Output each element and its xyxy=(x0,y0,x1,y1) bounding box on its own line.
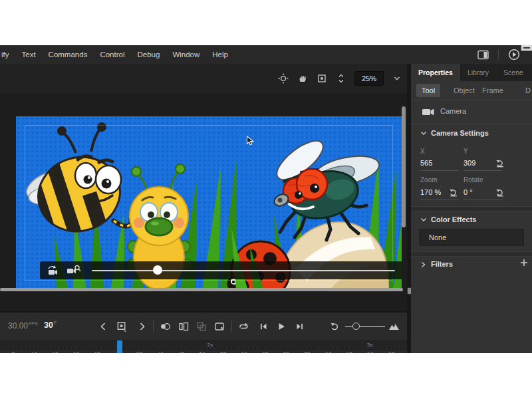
section-divider xyxy=(411,206,532,211)
horizontal-scrollbar[interactable] xyxy=(0,288,403,291)
reset-position-icon[interactable] xyxy=(495,158,505,168)
vertical-scrollbar[interactable] xyxy=(402,106,406,227)
stage-zoom-value[interactable]: 25% xyxy=(354,71,384,86)
edit-multiple-frames-icon[interactable] xyxy=(196,321,207,332)
insert-keyframe-icon[interactable] xyxy=(116,321,128,332)
reset-timeline-zoom-icon[interactable] xyxy=(329,321,340,332)
frame-label-10: 10 xyxy=(31,351,38,353)
camera-zoom-slider-knob[interactable] xyxy=(153,265,162,275)
color-effects-header[interactable]: Color Effects xyxy=(411,215,532,225)
timeline-seconds-ruler[interactable]: 2s3s xyxy=(0,340,407,350)
camera-overlay-bar xyxy=(40,261,402,279)
play-icon[interactable] xyxy=(275,321,287,332)
section-divider-2 xyxy=(411,251,532,257)
workspace-switcher-icon[interactable] xyxy=(477,49,489,61)
playhead[interactable] xyxy=(117,340,122,353)
menu-item-debug[interactable]: Debug xyxy=(137,51,160,59)
step-back-icon[interactable] xyxy=(257,321,269,332)
rotate-value[interactable]: 0 ° xyxy=(464,188,473,196)
zoom-stepper-icon[interactable] xyxy=(335,72,347,84)
panel-tab-bar: PropertiesLibraryScene xyxy=(411,64,532,81)
menu-item-commands[interactable]: Commands xyxy=(49,51,88,59)
frame-label-65: 65 xyxy=(262,351,269,353)
chevron-down-icon xyxy=(420,217,427,223)
subtab-d[interactable]: D xyxy=(520,84,532,97)
camera-settings-header[interactable]: Camera Settings xyxy=(411,129,532,138)
menu-item-control[interactable]: Control xyxy=(100,51,124,59)
camera-zoom-slider-track[interactable] xyxy=(92,270,395,271)
previous-frame-icon[interactable] xyxy=(97,321,108,332)
menubar-right-icons xyxy=(477,45,520,64)
filters-header[interactable]: Filters xyxy=(411,260,532,269)
seconds-marker-2s: 2s xyxy=(207,342,213,348)
tool-name: Camera xyxy=(440,107,466,115)
frame-label-95: 95 xyxy=(388,351,394,353)
zoom-label: Zoom xyxy=(420,176,438,184)
seconds-marker-3s: 3s xyxy=(367,342,372,348)
menu-item-ify[interactable]: ify xyxy=(1,51,9,59)
onion-skin-icon[interactable] xyxy=(160,321,171,332)
color-effect-select[interactable]: None xyxy=(419,229,524,246)
panel-tab-library[interactable]: Library xyxy=(460,64,496,81)
menu-bar: ifyTextCommandsControlDebugWindowHelp xyxy=(0,45,532,65)
frame-label-35: 35 xyxy=(136,351,142,353)
clip-content-icon[interactable] xyxy=(316,72,328,84)
frame-options-icon[interactable] xyxy=(214,321,225,332)
timeline-zoom-slider-track[interactable] xyxy=(345,326,385,327)
frame-label-40: 40 xyxy=(157,351,164,353)
y-value[interactable]: 309 xyxy=(464,159,475,167)
stage[interactable] xyxy=(16,116,402,289)
rotate-camera-icon[interactable] xyxy=(47,265,61,276)
panel-tab-properties[interactable]: Properties xyxy=(411,64,460,81)
menu-item-window[interactable]: Window xyxy=(172,51,200,59)
properties-subtabs: ToolObjectFrameD xyxy=(411,81,532,100)
frame-label-5: 5 xyxy=(11,351,15,353)
pasteboard xyxy=(0,93,407,293)
reset-rotate-icon[interactable] xyxy=(495,188,505,197)
current-frame-value[interactable]: 30F xyxy=(44,321,57,330)
y-label: Y xyxy=(464,148,468,155)
resize-timeline-view-icon[interactable] xyxy=(388,321,400,332)
panel-tab-scene[interactable]: Scene xyxy=(496,64,531,81)
timeline-frame-ruler[interactable]: 51015202535404550556065707580859095 xyxy=(0,349,407,353)
fps-value[interactable]: 30.00FPS xyxy=(8,321,38,331)
next-frame-icon[interactable] xyxy=(136,321,148,332)
frame-label-75: 75 xyxy=(304,351,311,353)
zoom-camera-icon[interactable] xyxy=(66,265,81,276)
reset-zoom-icon[interactable] xyxy=(449,188,458,197)
zoom-underline xyxy=(420,200,459,200)
chevron-down-icon xyxy=(420,130,427,136)
camera-tool-icon xyxy=(422,106,435,118)
frame-label-50: 50 xyxy=(199,351,205,353)
frame-label-85: 85 xyxy=(346,351,352,353)
subtab-object[interactable]: Object xyxy=(448,84,480,97)
x-value[interactable]: 565 xyxy=(420,159,432,167)
subtab-frame[interactable]: Frame xyxy=(477,84,509,97)
hand-icon[interactable] xyxy=(297,72,309,84)
menu-item-text[interactable]: Text xyxy=(22,51,36,59)
add-filter-icon[interactable] xyxy=(520,259,528,267)
frame-label-55: 55 xyxy=(220,351,227,353)
center-stage-icon[interactable] xyxy=(277,72,289,84)
timeline-panel: 30.00FPS 30F xyxy=(0,311,407,353)
step-forward-icon[interactable] xyxy=(294,321,305,332)
zoom-dropdown-icon[interactable] xyxy=(391,72,403,84)
test-movie-icon[interactable] xyxy=(508,49,520,61)
chevron-right-icon xyxy=(420,261,426,268)
onion-skin-outlines-icon[interactable] xyxy=(178,321,190,332)
frame-label-90: 90 xyxy=(367,351,374,353)
zoom-value[interactable]: 170 % xyxy=(420,188,441,196)
mouse-cursor xyxy=(246,136,255,146)
screenshot-canvas: ifyTextCommandsControlDebugWindowHelp xyxy=(0,0,532,399)
animate-app-window: ifyTextCommandsControlDebugWindowHelp xyxy=(0,45,532,353)
frame-label-20: 20 xyxy=(73,351,80,353)
frame-label-70: 70 xyxy=(283,351,290,353)
x-label: X xyxy=(420,148,425,155)
subtab-tool[interactable]: Tool xyxy=(416,84,440,97)
loop-icon[interactable] xyxy=(238,321,249,332)
timeline-zoom-slider-knob[interactable] xyxy=(352,323,360,330)
minimize-button-partial[interactable] xyxy=(521,45,532,51)
fps-unit: FPS xyxy=(29,321,38,326)
properties-panel: PropertiesLibraryScene ToolObjectFrameD … xyxy=(411,64,532,353)
menu-item-help[interactable]: Help xyxy=(212,51,228,59)
